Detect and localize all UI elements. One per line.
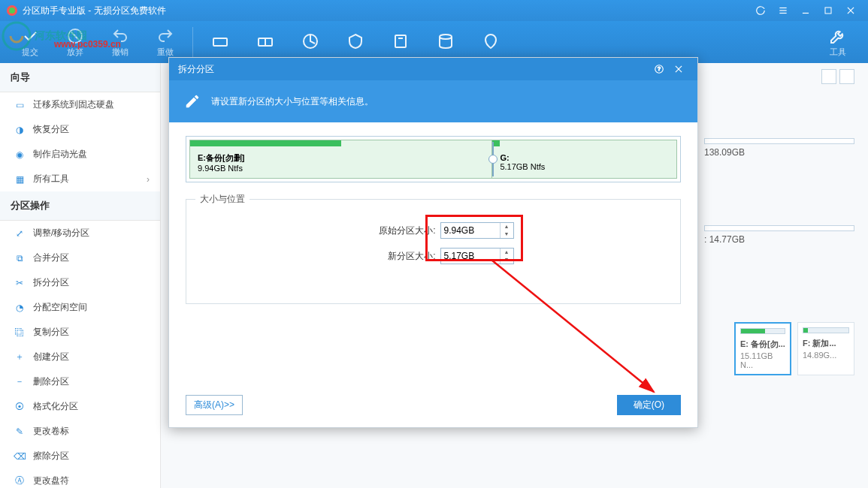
ok-button[interactable]: 确定(O): [617, 395, 681, 415]
sidebar-item-recover[interactable]: ◑恢复分区: [0, 117, 160, 142]
sidebar-item-migrate[interactable]: ▭迁移系统到固态硬盘: [0, 92, 160, 117]
spin-down-icon[interactable]: ▼: [501, 230, 513, 238]
merge-icon: ⧉: [14, 252, 26, 264]
disc-icon: ◉: [14, 149, 26, 161]
letter-icon: Ⓐ: [14, 475, 26, 487]
sidebar-item-allocate[interactable]: ◔分配空闲空间: [0, 295, 160, 320]
pencil-icon: [184, 93, 201, 110]
close-icon[interactable]: [839, 3, 862, 18]
tool-tools[interactable]: 工具: [817, 27, 859, 58]
original-size-field[interactable]: [441, 225, 500, 236]
svg-point-18: [3, 23, 30, 50]
sidebar-group-wizard: 向导: [0, 63, 160, 92]
spin-up-icon[interactable]: ▲: [501, 223, 513, 230]
split-partition-dialog: 拆分分区 ? 请设置新分区的大小与位置等相关信息。 E:备份[勿删] 9.94G…: [168, 57, 698, 428]
app-title: 分区助手专业版 - 无损分区免费软件: [23, 5, 749, 17]
tool-1[interactable]: [199, 32, 241, 52]
maximize-icon[interactable]: [817, 3, 839, 18]
preview-segment-new: G: 5.17GB Ntfs: [491, 140, 677, 179]
size-position-fieldset: 大小与位置 原始分区大小: ▲▼ 新分区大小: ▲▼: [186, 199, 681, 304]
partition-preview-strip: E: 备份[勿... 15.11GB N... F: 新加... 14.89G.…: [734, 322, 854, 375]
sidebar-item-label[interactable]: ✎更改卷标: [0, 419, 160, 444]
format-icon: ⦿: [14, 401, 26, 413]
sidebar-item-merge[interactable]: ⧉合并分区: [0, 246, 160, 270]
label-original-size: 原始分区大小:: [353, 224, 436, 237]
recover-icon: ◑: [14, 124, 26, 136]
preview-segment-original: E:备份[勿删] 9.94GB Ntfs: [189, 140, 491, 179]
dialog-title: 拆分分区: [178, 63, 214, 76]
fieldset-legend: 大小与位置: [195, 193, 250, 206]
svg-point-17: [440, 35, 452, 39]
new-size-field[interactable]: [441, 251, 500, 261]
resize-icon: ⤢: [14, 227, 26, 239]
spin-down-icon[interactable]: ▼: [501, 256, 513, 264]
refresh-icon[interactable]: [749, 3, 772, 18]
split-handle[interactable]: [492, 142, 494, 176]
wipe-icon: ⌫: [14, 450, 26, 462]
tool-redo[interactable]: 重做: [144, 27, 186, 58]
minimize-icon[interactable]: [794, 3, 817, 18]
sidebar: 向导 ▭迁移系统到固态硬盘 ◑恢复分区 ◉制作启动光盘 ▦所有工具› 分区操作 …: [0, 63, 161, 488]
chevron-right-icon: ›: [147, 174, 150, 185]
view-grid-icon[interactable]: [839, 69, 854, 84]
sidebar-item-bootdisc[interactable]: ◉制作启动光盘: [0, 142, 160, 167]
dialog-close-icon[interactable]: [669, 62, 688, 77]
svg-point-1: [9, 8, 15, 14]
preview-card-e[interactable]: E: 备份[勿... 15.11GB N...: [734, 322, 791, 375]
tool-5[interactable]: [380, 32, 422, 52]
svg-rect-6: [825, 8, 831, 14]
disk-info: 138.09GB : 14.77GB: [704, 138, 854, 245]
partition-preview[interactable]: E:备份[勿删] 9.94GB Ntfs G: 5.17GB Ntfs: [186, 136, 681, 182]
sidebar-item-create[interactable]: ＋创建分区: [0, 345, 160, 369]
tool-4[interactable]: [334, 32, 377, 52]
dialog-titlebar: 拆分分区 ?: [169, 58, 697, 80]
new-size-input[interactable]: ▲▼: [440, 248, 514, 264]
sidebar-item-alltools[interactable]: ▦所有工具›: [0, 167, 160, 191]
tool-2[interactable]: [244, 32, 286, 52]
allocate-icon: ◔: [14, 302, 26, 314]
spin-up-icon[interactable]: ▲: [501, 249, 513, 256]
svg-rect-11: [213, 38, 227, 46]
advanced-button[interactable]: 高级(A)>>: [186, 395, 243, 415]
sidebar-item-letter[interactable]: Ⓐ更改盘符: [0, 468, 160, 488]
ssd-icon: ▭: [14, 99, 26, 111]
tool-3[interactable]: [289, 32, 331, 52]
help-icon[interactable]: ?: [649, 62, 669, 77]
menu-icon[interactable]: [772, 3, 794, 18]
titlebar: 分区助手专业版 - 无损分区免费软件: [0, 0, 868, 21]
sidebar-item-split[interactable]: ✂拆分分区: [0, 270, 160, 295]
tool-7[interactable]: [470, 32, 512, 52]
label-icon: ✎: [14, 426, 26, 438]
split-icon: ✂: [14, 277, 26, 289]
grid-icon: ▦: [14, 173, 26, 185]
original-size-input[interactable]: ▲▼: [440, 222, 514, 239]
sidebar-item-copy[interactable]: ⿻复制分区: [0, 320, 160, 345]
copy-icon: ⿻: [14, 327, 26, 339]
watermark-url: www.pc0359.cn: [54, 39, 121, 50]
dialog-hint: 请设置新分区的大小与位置等相关信息。: [169, 80, 697, 122]
create-icon: ＋: [14, 351, 26, 363]
label-new-size: 新分区大小:: [353, 250, 436, 263]
view-list-icon[interactable]: [821, 69, 836, 84]
svg-rect-15: [395, 35, 406, 47]
preview-card-f[interactable]: F: 新加... 14.89G...: [797, 322, 854, 375]
sidebar-item-wipe[interactable]: ⌫擦除分区: [0, 444, 160, 468]
sidebar-item-resize[interactable]: ⤢调整/移动分区: [0, 221, 160, 246]
app-icon: [6, 5, 18, 17]
tool-6[interactable]: [425, 32, 467, 52]
sidebar-item-delete[interactable]: －删除分区: [0, 369, 160, 394]
delete-icon: －: [14, 376, 26, 388]
svg-text:?: ?: [658, 66, 661, 71]
sidebar-group-ops: 分区操作: [0, 191, 160, 221]
sidebar-item-format[interactable]: ⦿格式化分区: [0, 394, 160, 419]
